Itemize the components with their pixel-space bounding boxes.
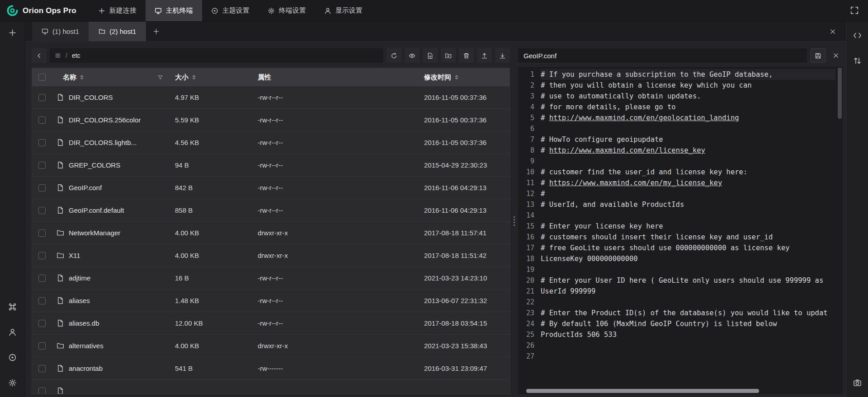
menu-terminal-settings[interactable]: 终端设置 [259,0,315,21]
file-row[interactable]: DIR_COLORS.lightb...4.56 KB-rw-r--r--201… [32,131,509,154]
row-checkbox[interactable] [38,252,46,259]
horizontal-scrollbar-thumb[interactable] [526,389,759,393]
breadcrumb-segment-etc[interactable]: etc [72,52,80,59]
file-row[interactable]: alternatives4.00 KBdrwxr-xr-x2021-03-23 … [32,335,509,357]
back-button[interactable] [32,48,47,63]
row-checkbox[interactable] [38,388,46,394]
horizontal-scrollbar[interactable] [520,389,835,393]
row-checkbox[interactable] [38,297,46,304]
row-checkbox[interactable] [38,94,46,101]
menu-label: 终端设置 [279,6,306,15]
url-link[interactable]: https://www.maxmind.com/en/my_license_ke… [549,179,722,187]
file-row-partial[interactable] [32,380,509,394]
code-line [541,123,835,134]
eye-icon [409,52,415,59]
sort-icon[interactable] [192,75,196,79]
column-header-size[interactable]: 大小 [175,73,258,82]
save-button[interactable] [811,48,826,63]
user-button[interactable] [5,325,20,339]
file-row[interactable]: aliases.db12.00 KB-rw-r--r--2017-08-18 0… [32,312,509,335]
editor-filename[interactable]: GeoIP.conf [518,48,807,63]
file-name: anacrontab [69,364,103,372]
trash-button[interactable] [459,48,474,63]
file-row[interactable]: GREP_COLORS94 B-rw-r--r--2015-04-29 22:3… [32,154,509,177]
plus-button[interactable] [5,25,20,40]
row-checkbox[interactable] [38,275,46,282]
row-checkbox[interactable] [38,365,46,372]
file-size: 4.97 KB [175,93,258,101]
theme-button[interactable] [5,350,20,364]
code-line [541,264,835,275]
file-row[interactable]: NetworkManager4.00 KBdrwxr-xr-x2017-08-1… [32,222,509,244]
code-area[interactable]: # If you purchase a subscription to the … [540,69,843,394]
gear-button[interactable] [5,375,20,390]
row-checkbox[interactable] [38,229,46,237]
file-attrs: -rw-r--r-- [258,139,424,146]
line-number: 25 [518,329,534,340]
menu-display-settings[interactable]: 显示设置 [315,0,372,21]
file-attrs: -rw-r--r-- [258,319,424,327]
column-header-name[interactable]: 名称 [52,73,175,82]
file-row[interactable]: GeoIP.conf.default858 B-rw-r--r--2016-11… [32,199,509,222]
column-header-attrs: 属性 [258,73,424,82]
list-icon[interactable] [55,52,61,59]
file-icon [57,161,64,169]
editor-close-button[interactable] [829,48,843,63]
download-button[interactable] [495,48,510,63]
row-checkbox[interactable] [38,320,46,327]
line-number: 5 [518,112,534,123]
menu-new-connection[interactable]: 新建连接 [89,0,146,21]
file-row[interactable]: GeoIP.conf842 B-rw-r--r--2016-11-06 04:2… [32,177,509,199]
refresh-button[interactable] [387,48,401,63]
column-header-mtime[interactable]: 修改时间 [424,73,509,82]
url-link[interactable]: http://www.maxmind.com/en/license_key [549,146,705,154]
panel-resize-handle[interactable] [510,48,518,394]
vertical-scrollbar[interactable] [838,68,842,387]
row-checkbox[interactable] [38,342,46,350]
file-icon [57,184,64,191]
row-checkbox[interactable] [38,184,46,191]
close-panel-button[interactable] [824,22,842,41]
file-row[interactable]: DIR_COLORS.256color5.59 KB-rw-r--r--2016… [32,109,509,131]
command-button[interactable] [5,299,20,314]
brand: Orion Ops Pro [0,5,83,17]
file-row[interactable]: anacrontab541 B-rw-------2016-03-31 23:0… [32,357,509,380]
folder-plus-button[interactable] [441,48,456,63]
code-line: # HowTo configure geoipupdate [541,134,835,145]
breadcrumb[interactable]: / etc [50,48,383,63]
swap-button[interactable] [850,53,865,68]
file-name: adjtime [69,274,90,282]
add-tab-button[interactable] [146,22,166,41]
url-link[interactable]: http://www.maxmind.com/en/geolocation_la… [549,114,739,122]
row-checkbox[interactable] [38,139,46,146]
select-all-checkbox[interactable] [38,74,46,81]
code-button[interactable] [850,28,865,42]
fullscreen-button[interactable] [850,6,860,16]
sort-icon[interactable] [80,75,84,79]
row-checkbox[interactable] [38,207,46,214]
filter-icon[interactable] [157,75,163,80]
tab-host1-sftp[interactable]: (2) host1 [89,22,146,41]
file-row[interactable]: adjtime16 B-rw-r--r--2021-03-23 14:23:10 [32,267,509,290]
app-title: Orion Ops Pro [23,6,76,15]
file-row[interactable]: X114.00 KBdrwxr-xr-x2017-08-18 11:51:42 [32,244,509,267]
row-checkbox[interactable] [38,162,46,169]
menu-host-terminal[interactable]: 主机终端 [146,0,202,21]
eye-button[interactable] [405,48,420,63]
camera-button[interactable] [850,375,865,390]
plus-icon [98,7,105,14]
file-rows: DIR_COLORS4.97 KB-rw-r--r--2016-11-05 00… [32,86,509,394]
upload-button[interactable] [477,48,492,63]
row-checkbox[interactable] [38,117,46,124]
code-line: # use to automatically obtain updates. [541,91,835,102]
line-number: 2 [518,80,534,91]
menu-theme-settings[interactable]: 主题设置 [202,0,259,21]
sort-icon[interactable] [455,75,458,79]
file-row[interactable]: aliases1.48 KB-rw-r--r--2013-06-07 22:31… [32,290,509,312]
tab-host1-terminal[interactable]: (1) host1 [32,22,89,41]
file-plus-button[interactable] [423,48,438,63]
code-line [541,351,835,362]
vertical-scrollbar-thumb[interactable] [838,68,842,119]
chevron-left-icon [36,52,42,59]
file-row[interactable]: DIR_COLORS4.97 KB-rw-r--r--2016-11-05 00… [32,86,509,109]
